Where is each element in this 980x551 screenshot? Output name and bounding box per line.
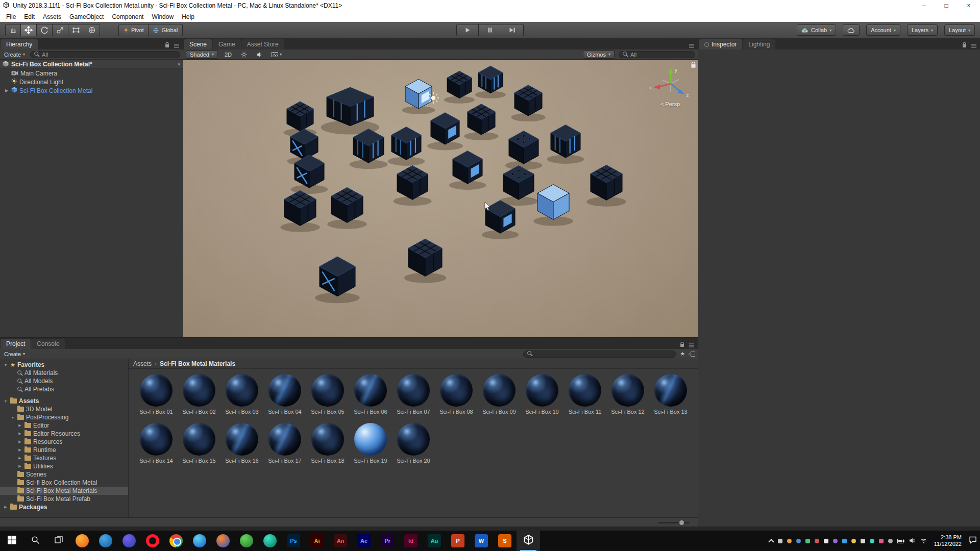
scene-cube[interactable] xyxy=(464,104,499,140)
asset-sci-fi-box-07[interactable]: Sci-Fi Box 07 xyxy=(392,374,435,415)
scene-cube[interactable] xyxy=(394,166,432,206)
scale-tool-button[interactable] xyxy=(53,24,68,36)
move-tool-button[interactable] xyxy=(21,24,37,36)
pause-button[interactable] xyxy=(479,24,501,36)
project-tree-sci-fi-box-metal-materials[interactable]: Sci-Fi Box Metal Materials xyxy=(0,487,128,495)
taskbar-firefox[interactable] xyxy=(70,531,94,551)
project-tree-sci-fi-box-metal-prefab[interactable]: Sci-Fi Box Metal Prefab xyxy=(0,495,128,503)
taskbar-premiere[interactable]: Pr xyxy=(376,531,399,551)
scene-search-input[interactable]: All xyxy=(619,51,695,58)
project-tree-editor-resources[interactable]: ▶Editor Resources xyxy=(0,430,128,438)
tab-game[interactable]: Game xyxy=(213,39,241,49)
action-center-icon[interactable] xyxy=(969,536,977,546)
menu-window[interactable]: Window xyxy=(148,13,178,20)
tree-arrow-icon[interactable]: ▶ xyxy=(17,464,22,468)
asset-sci-fi-box-02[interactable]: Sci-Fi Box 02 xyxy=(178,374,220,415)
pivot-toggle-button[interactable]: Pivot xyxy=(118,24,149,36)
taskbar-firefox-nightly[interactable] xyxy=(117,531,141,551)
tray-2-icon[interactable] xyxy=(787,539,792,543)
close-button[interactable]: × xyxy=(958,0,980,11)
tray-9-icon[interactable] xyxy=(851,539,856,543)
project-search-input[interactable] xyxy=(523,350,676,358)
scene-cube[interactable] xyxy=(511,85,546,121)
hierarchy-item-main-camera[interactable]: Main Camera xyxy=(0,69,183,78)
project-tree-sci-fi-box-collection-metal[interactable]: Sci-fi Box Collection Metal xyxy=(0,479,128,487)
project-tree-all-materials[interactable]: All Materials xyxy=(0,369,128,377)
tray-8-icon[interactable] xyxy=(842,539,847,543)
hierarchy-item-directional-light[interactable]: Directional Light xyxy=(0,78,183,86)
tray-7-icon[interactable] xyxy=(833,539,838,543)
taskbar-after-effects[interactable]: Ae xyxy=(352,531,376,551)
play-button[interactable] xyxy=(456,24,479,36)
tray-12-icon[interactable] xyxy=(879,539,884,543)
tray-13-icon[interactable] xyxy=(888,539,893,543)
tree-arrow-icon[interactable]: ▶ xyxy=(17,432,22,436)
project-tree-resources[interactable]: ▶Resources xyxy=(0,438,128,446)
search-by-type-icon[interactable]: ★ xyxy=(680,350,685,357)
scene-cube[interactable] xyxy=(388,127,425,166)
tree-arrow-icon[interactable]: ▶ xyxy=(17,440,22,444)
taskbar-illustrator[interactable]: Ai xyxy=(305,531,329,551)
lock-icon[interactable] xyxy=(680,340,684,349)
project-tree-all-models[interactable]: All Models xyxy=(0,377,128,385)
tab-asset-store[interactable]: Asset Store xyxy=(241,39,284,49)
asset-sci-fi-box-08[interactable]: Sci-Fi Box 08 xyxy=(435,374,478,415)
asset-sci-fi-box-09[interactable]: Sci-Fi Box 09 xyxy=(478,374,521,415)
shading-mode-dropdown[interactable]: Shaded▾ xyxy=(186,51,218,59)
breadcrumb-root[interactable]: Assets xyxy=(133,360,152,367)
taskbar-media-app[interactable] xyxy=(258,531,282,551)
scene-effects-dropdown[interactable]: ▾ xyxy=(269,51,284,59)
breadcrumb-current[interactable]: Sci-Fi Box Metal Materials xyxy=(160,360,235,367)
scene-cube[interactable] xyxy=(444,71,475,103)
network-icon[interactable] xyxy=(920,536,927,545)
project-tree-favorites[interactable]: ▼★Favorites xyxy=(0,361,128,369)
asset-sci-fi-box-15[interactable]: Sci-Fi Box 15 xyxy=(178,423,220,464)
menu-component[interactable]: Component xyxy=(108,13,148,20)
step-button[interactable] xyxy=(501,24,524,36)
cloud-button[interactable] xyxy=(843,24,860,36)
tab-project[interactable]: Project xyxy=(1,339,31,349)
tree-arrow-icon[interactable]: ▶ xyxy=(3,505,8,509)
taskbar-firefox-dev[interactable] xyxy=(211,531,235,551)
asset-sci-fi-box-12[interactable]: Sci-Fi Box 12 xyxy=(606,374,649,415)
taskbar-start[interactable] xyxy=(0,531,23,551)
project-tree-postprocessing[interactable]: ▼PostProcessing xyxy=(0,413,128,421)
project-tree-utilities[interactable]: ▶Utilities xyxy=(0,462,128,470)
asset-sci-fi-box-06[interactable]: Sci-Fi Box 06 xyxy=(349,374,392,415)
rect-tool-button[interactable] xyxy=(68,24,84,36)
scene-cube[interactable] xyxy=(533,185,573,226)
taskbar-green-app[interactable] xyxy=(235,531,258,551)
asset-sci-fi-box-04[interactable]: Sci-Fi Box 04 xyxy=(263,374,306,415)
asset-sci-fi-box-14[interactable]: Sci-Fi Box 14 xyxy=(135,423,178,464)
transform-tool-button[interactable] xyxy=(84,24,100,36)
tab-console[interactable]: Console xyxy=(31,339,65,349)
menu-assets[interactable]: Assets xyxy=(39,13,65,20)
menu-gameobject[interactable]: GameObject xyxy=(65,13,108,20)
minimize-button[interactable]: – xyxy=(913,0,935,11)
asset-sci-fi-box-18[interactable]: Sci-Fi Box 18 xyxy=(306,423,349,464)
project-create-dropdown[interactable]: Create▾ xyxy=(3,351,27,357)
global-toggle-button[interactable]: Global xyxy=(149,24,183,36)
tray-1-icon[interactable] xyxy=(778,539,782,543)
asset-sci-fi-box-05[interactable]: Sci-Fi Box 05 xyxy=(306,374,349,415)
2d-toggle[interactable]: 2D xyxy=(222,51,234,59)
scene-audio-toggle[interactable] xyxy=(254,51,265,59)
scene-viewport[interactable]: y x z < Persp xyxy=(183,60,698,337)
taskbar-photoshop[interactable]: Ps xyxy=(282,531,305,551)
lock-icon[interactable] xyxy=(962,41,967,50)
scene-cube[interactable] xyxy=(475,66,506,98)
project-tree-all-prefabs[interactable]: All Prefabs xyxy=(0,385,128,393)
project-tree-runtime[interactable]: ▶Runtime xyxy=(0,446,128,454)
tree-arrow-icon[interactable]: ▼ xyxy=(10,416,15,419)
hierarchy-search-input[interactable]: All xyxy=(30,51,180,58)
scene-cube[interactable] xyxy=(500,166,538,206)
menu-file[interactable]: File xyxy=(2,13,20,20)
perspective-label[interactable]: < Persp xyxy=(647,101,693,107)
scene-cube[interactable] xyxy=(449,151,486,190)
layout-dropdown[interactable]: Layout▾ xyxy=(944,24,975,36)
icon-size-slider[interactable] xyxy=(658,522,690,523)
taskbar-chrome[interactable] xyxy=(164,531,188,551)
tray-expand-icon[interactable] xyxy=(768,539,774,544)
scene-header-menu-icon[interactable]: ▾ xyxy=(178,62,180,67)
asset-sci-fi-box-16[interactable]: Sci-Fi Box 16 xyxy=(220,423,263,464)
